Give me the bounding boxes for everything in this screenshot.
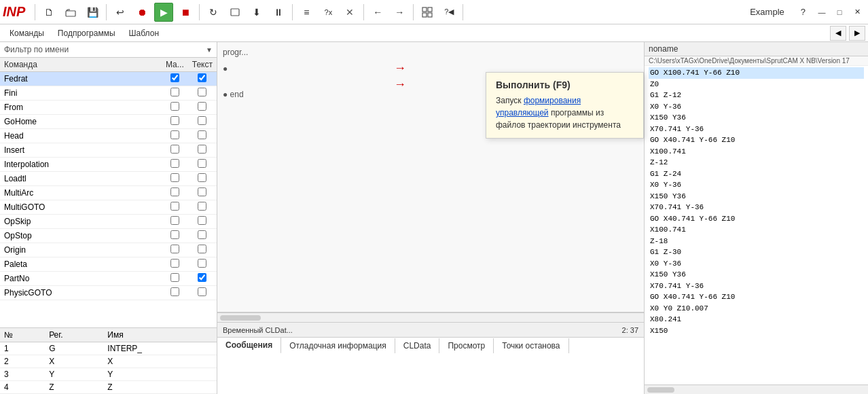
table-row[interactable]: Origin [0, 243, 217, 257]
code-line: G1 Z-24 [649, 168, 864, 180]
forward-button[interactable]: → [390, 3, 409, 22]
table-row[interactable]: Fini [0, 86, 217, 101]
status-file: Временный CLDat... [223, 326, 614, 334]
record-button[interactable]: ⏺ [132, 3, 151, 22]
cmd-text-cb[interactable] [188, 186, 217, 200]
cmd-text-cb[interactable] [188, 215, 217, 229]
tab-debug[interactable]: Отладочная информация [281, 338, 395, 353]
play-button[interactable]: ▶ [154, 3, 173, 22]
right-h-scrollbar[interactable] [645, 384, 868, 394]
reg-reg: G [45, 342, 103, 355]
code-line: X70.741 Y-36 [649, 124, 864, 135]
reg-name: Y [103, 368, 217, 381]
cmd-ma-cb[interactable] [162, 72, 188, 86]
table-row[interactable]: PhysicGOTO [0, 286, 217, 300]
macro1-button[interactable] [418, 3, 437, 22]
cmd-text-cb[interactable] [188, 257, 217, 272]
center-panel: progr... ● ● end → → Временный CLDat... … [217, 42, 644, 394]
table-row[interactable]: Loadtl [0, 172, 217, 186]
align-button[interactable]: ≡ [297, 3, 316, 22]
calc-x-button[interactable]: ?x [319, 3, 338, 22]
code-line: X100.741 [649, 146, 864, 158]
loop-button[interactable]: ↻ [204, 3, 223, 22]
table-row[interactable]: GoHome [0, 115, 217, 129]
tooltip-link[interactable]: формирования управляющей [496, 96, 581, 118]
table-row[interactable]: OpSkip [0, 215, 217, 229]
nav-forward-arrow[interactable]: ▶ [849, 26, 865, 41]
cmd-text-cb[interactable] [188, 86, 217, 101]
step-over-button[interactable] [225, 3, 245, 22]
cmd-name: Interpolation [0, 158, 162, 172]
cmd-ma-cb[interactable] [162, 86, 188, 101]
step-into-button[interactable]: ⬇ [247, 3, 266, 22]
tab-cldata[interactable]: CLData [395, 338, 440, 353]
menu-subroutines[interactable]: Подпрограммы [51, 26, 122, 41]
table-row[interactable]: OpStop [0, 229, 217, 243]
center-h-scrollbar[interactable] [217, 312, 644, 322]
cmd-text-cb[interactable] [188, 229, 217, 243]
new-file-button[interactable]: 🗋 [39, 3, 58, 22]
help-btn[interactable]: ? [801, 7, 806, 17]
menu-template[interactable]: Шаблон [122, 26, 166, 41]
pause-button[interactable]: ⏸ [269, 3, 288, 22]
tab-breakpoints[interactable]: Точки останова [494, 338, 568, 353]
table-row[interactable]: Interpolation [0, 158, 217, 172]
cmd-text-cb[interactable] [188, 101, 217, 115]
table-row[interactable]: PartNo [0, 272, 217, 286]
cmd-text-cb[interactable] [188, 286, 217, 300]
save-file-button[interactable]: 💾 [83, 3, 102, 22]
macro2-button[interactable]: ?◀ [439, 3, 458, 22]
cmd-name: Head [0, 129, 162, 143]
bottom-table: № Рег. Имя 1GINTERP_2XX3YY4ZZ [0, 327, 217, 394]
tab-preview[interactable]: Просмотр [439, 338, 494, 353]
cmd-ma-cb[interactable] [162, 186, 188, 200]
table-row[interactable]: Paleta [0, 257, 217, 272]
minimize-button[interactable]: — [814, 5, 830, 19]
filter-arrow-icon[interactable]: ▼ [206, 46, 213, 54]
open-file-button[interactable] [61, 3, 80, 22]
table-row[interactable]: Insert [0, 143, 217, 158]
cmd-ma-cb[interactable] [162, 129, 188, 143]
nav-back-arrow[interactable]: ◀ [830, 26, 846, 41]
cmd-ma-cb[interactable] [162, 215, 188, 229]
cmd-ma-cb[interactable] [162, 229, 188, 243]
cmd-ma-cb[interactable] [162, 200, 188, 215]
cmd-ma-cb[interactable] [162, 286, 188, 300]
cmd-ma-cb[interactable] [162, 243, 188, 257]
cmd-text-cb[interactable] [188, 172, 217, 186]
cmd-ma-cb[interactable] [162, 143, 188, 158]
maximize-button[interactable]: □ [831, 5, 848, 19]
cmd-ma-cb[interactable] [162, 101, 188, 115]
tab-messages[interactable]: Сообщения [217, 338, 281, 354]
cmd-text-cb[interactable] [188, 143, 217, 158]
commands-scroll[interactable]: Команда Ма... Текст Fedrat Fini From GoH… [0, 58, 217, 327]
cmd-text-cb[interactable] [188, 158, 217, 172]
reg-name: X [103, 355, 217, 368]
cmd-ma-cb[interactable] [162, 115, 188, 129]
right-scroll-thumb [647, 387, 674, 393]
registers-table: № Рег. Имя 1GINTERP_2XX3YY4ZZ [0, 328, 217, 394]
table-row[interactable]: MultiGOTO [0, 200, 217, 215]
cmd-text-cb[interactable] [188, 72, 217, 86]
cmd-ma-cb[interactable] [162, 257, 188, 272]
cmd-text-cb[interactable] [188, 129, 217, 143]
table-row[interactable]: Head [0, 129, 217, 143]
cmd-text-cb[interactable] [188, 272, 217, 286]
table-row[interactable]: From [0, 101, 217, 115]
calc-cross-button[interactable]: ✕ [340, 3, 359, 22]
cmd-ma-cb[interactable] [162, 272, 188, 286]
code-editor[interactable]: GO X100.741 Y-66 Z10Z0G1 Z-12X0 Y-36X150… [645, 66, 868, 384]
cmd-text-cb[interactable] [188, 200, 217, 215]
cmd-ma-cb[interactable] [162, 172, 188, 186]
close-button[interactable]: ✕ [849, 5, 865, 19]
stop-button[interactable]: ⏹ [176, 3, 195, 22]
table-row[interactable]: Fedrat [0, 72, 217, 86]
table-row[interactable]: MultiArc [0, 186, 217, 200]
back-button[interactable]: ← [368, 3, 387, 22]
svg-rect-1 [66, 11, 75, 16]
menu-commands[interactable]: Команды [3, 26, 51, 41]
cmd-text-cb[interactable] [188, 243, 217, 257]
cmd-ma-cb[interactable] [162, 158, 188, 172]
cmd-text-cb[interactable] [188, 115, 217, 129]
undo-button[interactable]: ↩ [111, 3, 130, 22]
